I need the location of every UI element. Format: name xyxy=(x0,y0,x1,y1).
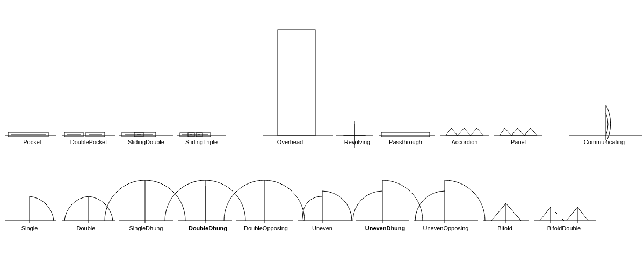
label-communicating: Communicating xyxy=(569,139,639,145)
label-single: Single xyxy=(5,225,54,231)
label-revolving: Revolving xyxy=(336,139,379,145)
label-overhead: Overhead xyxy=(263,139,317,145)
label-pocket: Pocket xyxy=(5,139,59,145)
label-panel: Panel xyxy=(494,139,542,145)
label-bifold-double: BifoldDouble xyxy=(534,225,594,231)
label-double-opposing: DoubleOpposing xyxy=(236,225,295,231)
label-sliding-double: SlidingDouble xyxy=(119,139,173,145)
label-double-dhung: DoubleDhung xyxy=(178,225,237,231)
label-accordion: Accordion xyxy=(440,139,489,145)
label-sliding-triple: SlidingTriple xyxy=(177,139,226,145)
label-double-pocket: DoublePocket xyxy=(62,139,115,145)
label-uneven-opposing: UnevenOpposing xyxy=(414,225,478,231)
label-uneven: Uneven xyxy=(298,225,346,231)
label-bifold: Bifold xyxy=(483,225,526,231)
diagram-container: line, rect, path, polyline, circle { str… xyxy=(0,0,644,276)
svg-rect-28 xyxy=(381,132,430,137)
label-double: Double xyxy=(62,225,110,231)
label-single-dhung: SingleDhung xyxy=(119,225,173,231)
label-passthrough: Passthrough xyxy=(379,139,432,145)
svg-rect-21 xyxy=(278,30,315,136)
label-uneven-dhung: UnevenDhung xyxy=(356,225,415,231)
